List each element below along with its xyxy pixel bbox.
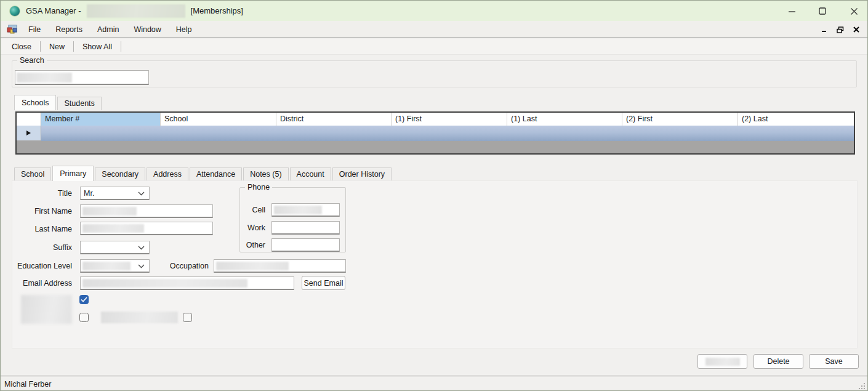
minimize-button[interactable] [781,4,802,18]
table-row[interactable] [17,126,854,141]
column-header-member[interactable]: Member # [41,113,161,126]
tab-secondary[interactable]: Secondary [95,167,145,181]
redacted-occupation [216,262,289,270]
checkbox-1[interactable] [79,295,89,304]
column-header-1-last[interactable]: (1) Last [507,113,622,126]
suffix-select[interactable] [80,241,150,254]
primary-tab-panel: Title Mr. First Name Last Name Suffix Ed… [12,180,858,349]
mdi-restore-icon[interactable] [835,25,845,34]
resize-grip[interactable] [858,382,865,389]
grid-corner-cell [17,113,41,126]
occupation-field[interactable] [214,259,346,273]
app-icon [9,6,20,17]
status-bar: Michal Ferber [1,376,867,391]
title-bar: GSA Manager - [Memberships] [1,1,867,21]
tab-schools[interactable]: Schools [14,95,56,110]
maximize-button[interactable] [812,4,833,18]
document-title: [Memberships] [191,6,243,15]
redacted-title-text [87,4,185,18]
grid-header-row: Member # School District (1) First (1) L… [17,113,854,126]
toolbar-new-button[interactable]: New [42,41,72,53]
tab-order-history[interactable]: Order History [332,167,392,181]
row-selector-cell[interactable] [17,126,41,141]
mdi-close-icon[interactable] [851,25,861,34]
menu-reports[interactable]: Reports [48,23,90,36]
column-header-2-first[interactable]: (2) First [622,113,738,126]
redacted-last-name [82,224,144,233]
mdi-minimize-icon[interactable] [819,25,829,34]
work-phone-field[interactable] [271,221,340,235]
title-selected-value: Mr. [84,189,94,198]
tab-attendance[interactable]: Attendance [190,167,242,181]
menu-file[interactable]: File [21,23,48,36]
status-user-text: Michal Ferber [4,380,51,389]
redacted-checkbox-label [101,312,178,323]
tab-school[interactable]: School [14,167,51,181]
redacted-email [82,279,247,288]
members-grid: Member # School District (1) First (1) L… [15,111,855,155]
toolbar-separator [40,41,41,52]
mdi-child-controls [819,21,861,38]
cell-phone-field[interactable] [271,203,340,217]
statusbar-divider [1,375,867,376]
toolbar-show-all-button[interactable]: Show All [75,41,119,53]
close-window-button[interactable] [843,4,864,18]
first-name-field[interactable] [80,204,213,218]
checkbox-2[interactable] [79,313,89,322]
phone-group: Phone Cell Work Other [239,187,346,252]
education-level-select[interactable] [80,259,150,273]
redacted-checkbox-caption [21,295,72,324]
tab-primary[interactable]: Primary [52,166,94,181]
toolbar: Close New Show All [1,39,867,55]
redacted-action-button[interactable] [697,354,747,369]
phone-group-label: Phone [245,183,272,191]
delete-button[interactable]: Delete [753,354,803,369]
menu-admin[interactable]: Admin [90,23,126,36]
email-address-field[interactable] [80,276,294,290]
gsa-manager-window: GSA Manager - [Memberships] File Reports… [0,0,868,391]
column-header-district[interactable]: District [276,113,392,126]
redacted-row-data [41,126,854,141]
toolbar-separator [121,41,121,52]
column-header-school[interactable]: School [161,113,276,126]
mdi-form-icon [7,25,17,34]
search-group-label: Search [17,56,47,65]
column-header-2-last[interactable]: (2) Last [738,113,854,126]
tab-address[interactable]: Address [147,167,188,181]
row-selector-arrow-icon [26,131,31,135]
redacted-button-label [705,358,740,366]
redacted-cell-phone [274,206,322,214]
email-address-label: Email Address [12,279,72,288]
save-button[interactable]: Save [809,354,859,369]
last-name-label: Last Name [12,225,72,233]
other-label: Other [240,241,265,249]
checkbox-3[interactable] [183,313,192,322]
chevron-down-icon [138,246,145,250]
redacted-first-name [82,207,137,216]
tab-students[interactable]: Students [57,97,101,110]
search-input[interactable] [15,70,149,85]
app-title: GSA Manager - [26,6,81,15]
work-label: Work [240,224,265,232]
tab-notes[interactable]: Notes (5) [243,167,288,181]
menu-window[interactable]: Window [126,23,168,36]
redacted-search-value [17,73,72,83]
menu-bar: File Reports Admin Window Help [1,21,867,38]
other-phone-field[interactable] [271,238,340,252]
check-icon [81,297,87,302]
column-header-1-first[interactable]: (1) First [392,113,507,126]
search-group: Search [12,60,857,87]
menu-help[interactable]: Help [169,23,199,36]
suffix-label: Suffix [12,243,72,252]
title-select[interactable]: Mr. [80,187,150,200]
tab-account[interactable]: Account [290,167,331,181]
education-level-label: Education Level [12,262,72,270]
first-name-label: First Name [12,207,72,216]
send-email-button[interactable]: Send Email [302,276,345,290]
last-name-field[interactable] [80,222,213,235]
redacted-education-value [82,262,131,270]
list-tabstrip: Schools Students [14,94,103,110]
chevron-down-icon [138,191,145,196]
chevron-down-icon [138,264,145,268]
toolbar-close-button[interactable]: Close [4,41,39,53]
